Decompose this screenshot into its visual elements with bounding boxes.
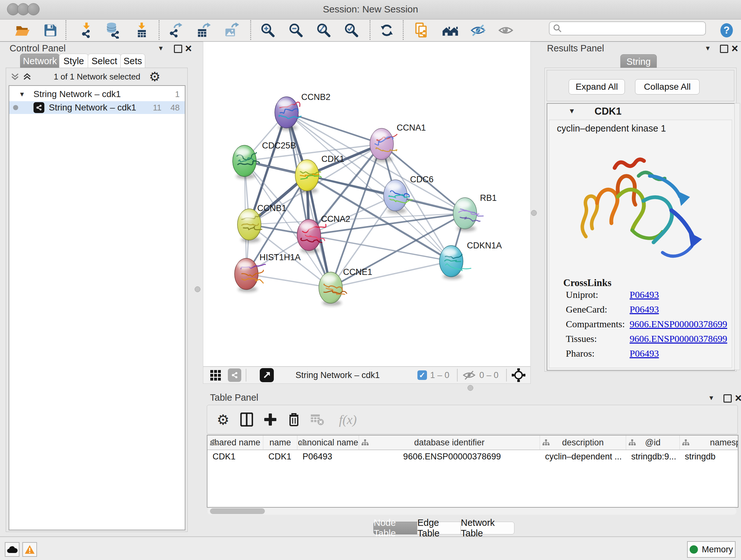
column-header-namespace[interactable]: namespace bbox=[680, 435, 738, 449]
create-column-plus-icon[interactable] bbox=[263, 412, 278, 427]
expand-all-button[interactable]: Expand All bbox=[569, 79, 625, 95]
column-header-description[interactable]: description bbox=[540, 435, 626, 449]
crosslink-value-link[interactable]: P06493 bbox=[630, 304, 659, 314]
open-session-icon[interactable] bbox=[13, 21, 31, 39]
cell-shared-name[interactable]: CDK1 bbox=[207, 452, 263, 462]
expand-all-icon[interactable] bbox=[23, 72, 31, 81]
export-image-icon[interactable] bbox=[222, 21, 240, 39]
crosslink-value-link[interactable]: P06493 bbox=[630, 289, 659, 300]
network-node-cdkn1a[interactable]: CDKN1A bbox=[440, 241, 502, 279]
export-table-icon[interactable] bbox=[194, 21, 212, 39]
collapse-all-icon[interactable] bbox=[10, 72, 19, 81]
float-panel-icon[interactable]: ▼ bbox=[158, 45, 164, 52]
show-columns-icon[interactable] bbox=[239, 412, 254, 427]
close-panel-icon[interactable]: × bbox=[185, 45, 192, 52]
apply-layout-icon[interactable] bbox=[378, 21, 396, 39]
network-tab-panel: 1 of 1 Network selected ⚙ ▼ String Netwo… bbox=[6, 68, 188, 532]
tab-sets[interactable]: Sets bbox=[120, 54, 145, 68]
collapse-all-button[interactable]: Collapse All bbox=[635, 79, 699, 95]
table-horizontal-scrollbar[interactable] bbox=[207, 508, 737, 515]
cell-database-identifier[interactable]: 9606.ENSP00000378699 bbox=[359, 452, 540, 462]
delete-column-trash-icon[interactable] bbox=[286, 412, 301, 427]
collection-expander-icon[interactable]: ▼ bbox=[19, 91, 25, 98]
search-icon bbox=[553, 23, 562, 33]
tab-node-table[interactable]: Node Table bbox=[374, 522, 418, 535]
warnings-button[interactable] bbox=[22, 542, 37, 557]
close-panel-icon[interactable]: × bbox=[731, 45, 738, 52]
search-input[interactable] bbox=[549, 21, 706, 36]
zoom-selected-icon[interactable] bbox=[342, 21, 360, 39]
network-edge[interactable] bbox=[246, 274, 331, 288]
cell-name[interactable]: CDK1 bbox=[263, 452, 297, 462]
network-collection-row[interactable]: ▼ String Network – cdk1 1 bbox=[9, 88, 185, 101]
selected-checkbox-icon[interactable]: ✓ bbox=[417, 370, 427, 380]
help-icon[interactable]: ? bbox=[718, 21, 736, 39]
tab-style[interactable]: Style bbox=[59, 54, 88, 68]
table-row[interactable]: CDK1CDK1P064939606.ENSP00000378699cyclin… bbox=[207, 450, 738, 463]
network-from-file-icon[interactable] bbox=[413, 21, 431, 39]
zoom-fit-icon[interactable] bbox=[315, 21, 333, 39]
save-session-icon[interactable] bbox=[42, 21, 59, 39]
string-network-icon bbox=[33, 102, 44, 113]
column-header-database-identifier[interactable]: database identifier bbox=[359, 435, 540, 449]
hide-selected-icon[interactable] bbox=[469, 21, 487, 39]
results-scrollbar[interactable] bbox=[734, 103, 740, 370]
memory-button[interactable]: Memory bbox=[687, 541, 736, 558]
zoom-in-icon[interactable] bbox=[259, 21, 277, 39]
network-node-cdc25b[interactable]: CDC25B bbox=[232, 141, 296, 179]
network-options-gear-icon[interactable]: ⚙ bbox=[149, 69, 160, 84]
cell-namespace[interactable]: stringdb bbox=[680, 452, 738, 462]
show-all-icon[interactable] bbox=[497, 21, 515, 39]
maximize-panel-icon[interactable] bbox=[724, 394, 732, 404]
cell-canonical-name[interactable]: P06493 bbox=[297, 452, 359, 462]
crosslink-value-link[interactable]: 9606.ENSP00000378699 bbox=[630, 333, 727, 344]
network-node-ccne1[interactable]: CCNE1 bbox=[319, 267, 373, 306]
crosslink-value-link[interactable]: P06493 bbox=[630, 348, 659, 359]
cloud-status-button[interactable] bbox=[5, 542, 19, 557]
bottom-splitter-handle[interactable] bbox=[468, 385, 473, 391]
float-panel-icon[interactable]: ▼ bbox=[704, 45, 711, 52]
column-header-name[interactable]: name bbox=[263, 435, 297, 449]
table-toolbar: ⚙ f(x) bbox=[207, 405, 738, 434]
column-header-canonical-name[interactable]: canonical name bbox=[297, 435, 359, 449]
gene-expander-icon[interactable]: ▼ bbox=[568, 107, 576, 115]
column-header--id[interactable]: @id bbox=[626, 435, 680, 449]
network-view-canvas[interactable]: CCNB2CCNA1CDC25BCDK1CDC6RB1CCNB1CCNA2CDK… bbox=[203, 42, 531, 367]
tab-network[interactable]: Network bbox=[20, 54, 60, 68]
fit-selected-crosshair-icon[interactable] bbox=[511, 368, 526, 382]
results-panel: Results Panel ▼ × String Expand All Coll… bbox=[536, 42, 739, 371]
crosslink-value-link[interactable]: 9606.ENSP00000378699 bbox=[630, 319, 727, 329]
collection-count: 1 bbox=[175, 89, 180, 99]
import-table-icon[interactable] bbox=[133, 21, 151, 39]
cell-description[interactable]: cyclin–dependent ... bbox=[540, 452, 626, 462]
import-network-file-icon[interactable] bbox=[77, 21, 95, 39]
open-in-window-icon[interactable] bbox=[260, 368, 274, 382]
left-splitter-handle[interactable] bbox=[195, 287, 200, 292]
birdseye-grid-icon[interactable] bbox=[210, 370, 221, 381]
maximize-panel-icon[interactable] bbox=[720, 45, 728, 54]
tab-string[interactable]: String bbox=[620, 54, 657, 69]
tab-edge-table[interactable]: Edge Table bbox=[417, 522, 461, 535]
float-panel-icon[interactable]: ▼ bbox=[708, 394, 715, 401]
network-node-hist1h1a[interactable]: HIST1H1A bbox=[234, 253, 300, 292]
export-network-icon[interactable] bbox=[166, 21, 184, 39]
tab-network-table[interactable]: Network Table bbox=[461, 522, 515, 535]
zoom-out-icon[interactable] bbox=[287, 21, 305, 39]
tab-select[interactable]: Select bbox=[88, 54, 121, 68]
home-networks-icon[interactable] bbox=[441, 21, 459, 39]
network-edge-count: 48 bbox=[171, 103, 180, 113]
network-row-selected[interactable]: String Network – cdk1 11 48 bbox=[9, 101, 185, 114]
cell--id[interactable]: stringdb:9... bbox=[626, 452, 680, 462]
scrollbar-thumb[interactable] bbox=[210, 508, 265, 514]
column-header-shared-name[interactable]: shared name bbox=[207, 435, 263, 449]
network-node-rb1[interactable]: RB1 bbox=[453, 193, 497, 232]
node-label: CDC6 bbox=[410, 175, 434, 184]
network-node-ccna1[interactable]: CCNA1 bbox=[370, 123, 426, 162]
maximize-panel-icon[interactable] bbox=[174, 45, 182, 54]
table-options-gear-icon[interactable]: ⚙ bbox=[215, 412, 231, 427]
table-header-row: shared namenamecanonical namedatabase id… bbox=[207, 435, 738, 450]
network-glyph-icon[interactable] bbox=[228, 368, 241, 382]
import-network-database-icon[interactable] bbox=[105, 21, 122, 39]
expand-collapse-bar: Expand All Collapse All bbox=[547, 70, 734, 101]
close-panel-icon[interactable]: × bbox=[735, 395, 741, 401]
